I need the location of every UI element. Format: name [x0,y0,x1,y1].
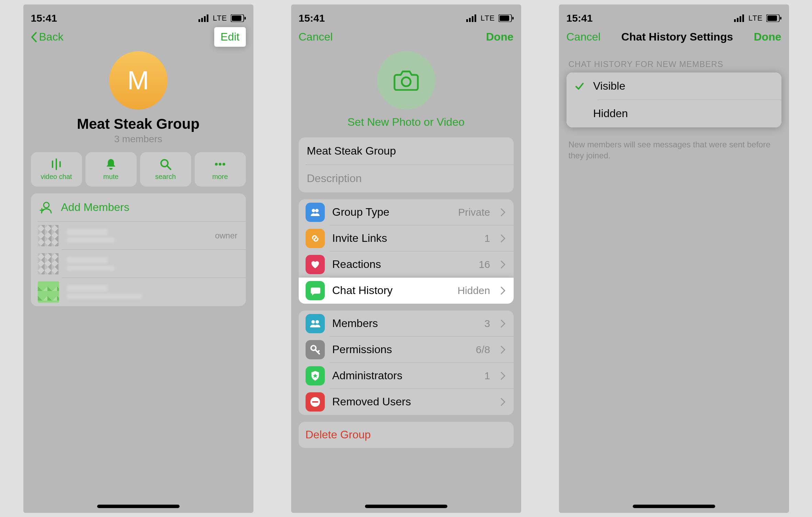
add-members-row[interactable]: Add Members [31,193,246,222]
network-label: LTE [213,14,227,23]
group-name-input[interactable]: Meat Steak Group [299,137,514,165]
status-bar: 15:41 LTE [567,11,781,25]
group-type-icon [306,203,325,222]
option-visible-label: Visible [593,80,626,92]
chevron-right-icon [501,234,505,243]
more-button[interactable]: more [195,152,246,187]
permissions-row[interactable]: Permissions 6/8 [299,337,514,363]
group-type-row[interactable]: Group Type Private [299,199,514,225]
svg-rect-5 [232,15,241,21]
network-label: LTE [748,14,763,23]
signal-icon [198,14,209,22]
group-photo-button[interactable] [377,51,435,110]
chat-icon [306,281,325,300]
member-role: owner [215,231,237,240]
svg-point-12 [215,163,218,166]
chevron-right-icon [501,208,505,216]
action-row: video chat mute search more [31,152,246,187]
mute-label: mute [103,173,118,181]
network-label: LTE [481,14,495,23]
invite-links-label: Invite Links [332,232,477,245]
nav-bar: Back Edit [31,25,246,49]
settings-panel-1: Group Type Private Invite Links 1 Reacti… [299,199,514,304]
search-button[interactable]: search [140,152,191,187]
permissions-label: Permissions [332,343,468,356]
chat-history-row[interactable]: Chat History Hidden [299,278,514,304]
svg-rect-33 [312,401,318,403]
svg-point-13 [219,163,221,166]
svg-line-11 [167,166,171,169]
svg-point-28 [311,320,315,324]
mute-button[interactable]: mute [85,152,137,187]
more-label: more [212,173,228,181]
battery-icon [231,14,246,22]
link-icon [306,229,325,248]
member-row[interactable] [31,278,246,306]
svg-rect-36 [740,16,741,22]
name-panel: Meat Steak Group Description [299,137,514,192]
svg-rect-3 [207,14,208,22]
members-row[interactable]: Members 3 [299,311,514,337]
svg-point-25 [402,77,411,86]
check-icon [575,81,584,91]
removed-users-label: Removed Users [332,395,483,408]
back-button[interactable]: Back [31,31,64,43]
battery-icon [499,14,514,22]
shield-icon [306,366,325,385]
done-button[interactable]: Done [754,31,781,43]
group-desc-input[interactable]: Description [299,165,514,192]
section-header: CHAT HISTORY FOR NEW MEMBERS [567,49,781,72]
members-label: Members [332,317,477,330]
home-indicator[interactable] [365,505,447,508]
page-title: Chat History Settings [621,31,733,43]
invite-links-value: 1 [484,233,490,244]
permissions-value: 6/8 [476,344,490,356]
administrators-row[interactable]: Administrators 1 [299,363,514,389]
delete-group-button[interactable]: Delete Group [299,422,514,448]
chevron-left-icon [31,32,37,42]
members-panel: Add Members owner [31,193,246,306]
svg-rect-0 [198,19,200,22]
camera-icon [393,70,419,91]
home-indicator[interactable] [633,505,715,508]
video-chat-button[interactable]: video chat [31,152,82,187]
member-avatar [38,281,59,303]
option-visible[interactable]: Visible [567,72,781,100]
svg-point-15 [44,202,49,208]
svg-rect-35 [737,18,739,22]
group-avatar[interactable]: M [109,51,168,110]
cancel-button[interactable]: Cancel [299,31,333,43]
phone-edit-group: 15:41 LTE Cancel Done Set New Photo or V… [291,4,521,513]
chevron-right-icon [501,346,505,354]
cancel-button[interactable]: Cancel [567,31,601,43]
group-desc-placeholder: Description [307,172,362,185]
members-value: 3 [484,318,490,329]
home-indicator[interactable] [97,505,180,508]
svg-point-29 [316,320,319,324]
invite-links-row[interactable]: Invite Links 1 [299,225,514,251]
edit-button[interactable]: Edit [214,27,245,47]
member-row[interactable]: owner [31,222,246,250]
svg-rect-40 [780,17,781,20]
option-hidden-label: Hidden [593,107,628,120]
nav-bar: Cancel Chat History Settings Done [567,25,781,49]
search-icon [159,158,172,171]
set-photo-link[interactable]: Set New Photo or Video [299,116,514,128]
key-icon [306,340,325,359]
reactions-row[interactable]: Reactions 16 [299,251,514,278]
removed-users-row[interactable]: Removed Users [299,389,514,415]
svg-rect-24 [512,17,514,20]
members-icon [306,314,325,333]
battery-icon [766,14,781,22]
done-button[interactable]: Done [486,31,513,43]
svg-rect-6 [244,17,246,20]
svg-rect-18 [466,19,468,22]
member-avatar [38,253,59,274]
option-hidden[interactable]: Hidden [567,100,781,127]
member-name-blurred [67,285,238,299]
member-row[interactable] [31,250,246,278]
add-members-label: Add Members [61,201,238,214]
status-time: 15:41 [31,12,57,24]
chevron-right-icon [501,398,505,406]
status-right: LTE [198,14,246,23]
